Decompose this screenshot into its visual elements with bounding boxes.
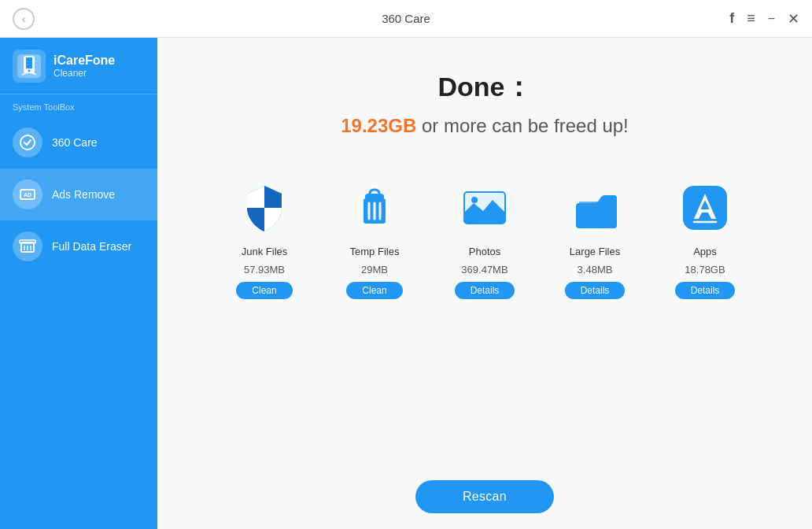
adsremove-icon: AD	[13, 179, 42, 209]
apps-size: 18.78GB	[685, 264, 725, 276]
photos-label: Photos	[469, 246, 500, 257]
photos-btn[interactable]: Details	[455, 282, 515, 299]
temp-files-label: Temp Files	[350, 246, 400, 257]
sidebar-item-adsremove-label: Ads Remove	[52, 188, 115, 201]
sidebar: iCareFone Cleaner System ToolBox 360 Car…	[0, 38, 157, 529]
temp-files-btn[interactable]: Clean	[346, 282, 402, 299]
svg-text:AD: AD	[24, 192, 31, 198]
large-files-size: 3.48MB	[578, 264, 613, 276]
sidebar-item-360care-label: 360 Care	[52, 136, 98, 149]
apps-btn[interactable]: Details	[675, 282, 736, 299]
card-apps: Apps 18.78GB Details	[662, 176, 748, 299]
junk-files-icon	[233, 176, 296, 239]
done-title: Done：	[438, 69, 532, 105]
large-files-icon	[563, 176, 626, 239]
back-button[interactable]: ‹	[13, 8, 35, 30]
sidebar-item-adsremove[interactable]: AD Ads Remove	[0, 168, 157, 220]
title-bar-controls: f ≡ − ✕	[729, 10, 799, 28]
minimize-icon[interactable]: −	[768, 12, 775, 26]
title-bar: ‹ 360 Care f ≡ − ✕	[0, 0, 812, 38]
svg-point-18	[471, 197, 478, 203]
facebook-icon[interactable]: f	[729, 10, 734, 27]
large-files-btn[interactable]: Details	[565, 282, 626, 299]
menu-icon[interactable]: ≡	[747, 10, 755, 27]
rescan-button[interactable]: Rescan	[415, 480, 554, 513]
card-temp: Temp Files 29MB Clean	[331, 176, 418, 299]
temp-files-size: 29MB	[361, 264, 388, 276]
size-highlight: 19.23GB	[341, 115, 416, 136]
svg-point-5	[20, 135, 35, 150]
sidebar-logo-text: iCareFone Cleaner	[54, 53, 115, 79]
close-icon[interactable]: ✕	[788, 10, 799, 28]
junk-files-btn[interactable]: Clean	[236, 282, 292, 299]
sidebar-item-fullerase-label: Full Data Eraser	[52, 240, 131, 253]
sidebar-section-label: System ToolBox	[0, 94, 157, 117]
sidebar-logo: iCareFone Cleaner	[0, 38, 157, 94]
content-area: Done： 19.23GB or more can be freed up!	[157, 38, 812, 529]
sidebar-item-360care[interactable]: 360 Care	[0, 117, 157, 168]
title-bar-left: ‹	[13, 8, 35, 30]
large-files-label: Large Files	[570, 246, 620, 257]
temp-files-icon	[343, 176, 406, 239]
svg-rect-3	[26, 57, 32, 68]
svg-rect-9	[20, 240, 35, 243]
app-logo-icon	[13, 50, 46, 83]
apps-label: Apps	[693, 246, 717, 257]
card-junk: Junk Files 57.93MB Clean	[221, 176, 308, 299]
done-subtitle: 19.23GB or more can be freed up!	[341, 115, 629, 137]
back-icon: ‹	[22, 13, 26, 25]
photos-icon	[453, 176, 516, 239]
junk-files-size: 57.93MB	[244, 264, 285, 276]
360care-icon	[13, 128, 42, 157]
cards-row: Junk Files 57.93MB Clean	[221, 176, 748, 299]
card-large: Large Files 3.48MB Details	[552, 176, 638, 299]
card-photos: Photos 369.47MB Details	[441, 176, 528, 299]
sidebar-item-fullerase[interactable]: Full Data Eraser	[0, 220, 157, 272]
fullerase-icon	[13, 231, 42, 261]
app-name: iCareFone	[54, 53, 115, 68]
main-layout: iCareFone Cleaner System ToolBox 360 Car…	[0, 38, 812, 529]
window-title: 360 Care	[382, 12, 430, 25]
photos-size: 369.47MB	[461, 264, 507, 276]
junk-files-label: Junk Files	[242, 246, 288, 257]
size-rest: or more can be freed up!	[416, 115, 628, 136]
apps-icon	[674, 176, 736, 239]
app-sub: Cleaner	[54, 68, 115, 79]
